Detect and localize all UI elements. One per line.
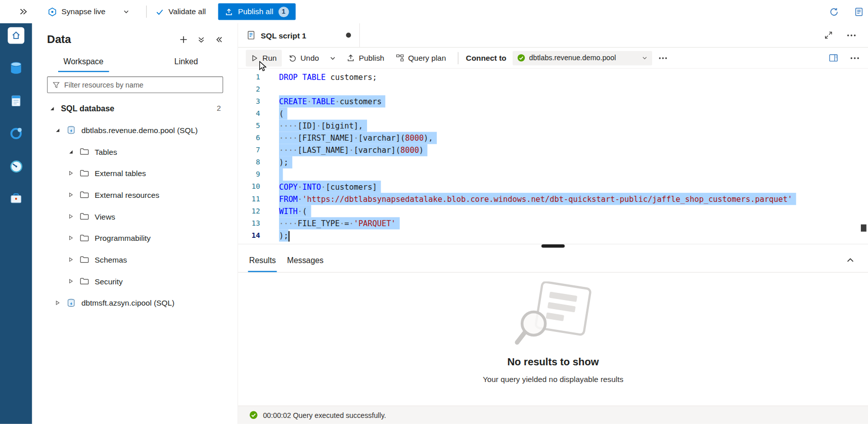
line-number[interactable]: 4 [238,107,260,119]
code-line[interactable]: 14 ); [238,229,868,241]
code-text: ····[FIRST_NAME]·[varchar](8000), [279,132,437,144]
panel-resize-handle[interactable] [541,244,565,248]
nav-monitor[interactable] [0,157,32,175]
caret-collapsed-icon[interactable] [68,278,75,284]
run-button[interactable]: Run [246,50,282,66]
code-line[interactable]: 3 CREATE·TABLE·customers [238,95,868,107]
code-line[interactable]: 8 ); [238,156,868,168]
code-line[interactable]: 12 WITH·( [238,205,868,217]
nav-rail [0,23,32,424]
synapse-studio-window: Synapse live Validate all Publish all 1 [0,0,868,424]
code-line[interactable]: 5 ····[ID]·[bigint], [238,120,868,132]
tree-item[interactable]: Schemas [32,249,238,271]
caret-collapsed-icon[interactable] [68,235,75,241]
collapse-panel-icon[interactable] [215,35,223,44]
caret-expanded-icon[interactable] [68,148,75,154]
caret-expanded-icon[interactable] [49,105,56,111]
line-number[interactable]: 3 [238,95,260,107]
nav-home[interactable] [0,27,32,45]
code-line[interactable]: 2 [238,83,868,95]
query-plan-button[interactable]: Query plan [391,50,451,66]
nav-develop[interactable] [0,92,32,110]
publish-button[interactable]: Publish [342,50,389,66]
code-line[interactable]: 13 ····FILE_TYPE·=·'PARQUET' [238,217,868,229]
code-line[interactable]: 4 ( [238,107,868,119]
expand-apps-icon[interactable] [19,7,28,16]
line-number[interactable]: 10 [238,181,260,193]
expand-editor-icon[interactable] [825,31,833,39]
publish-all-button[interactable]: Publish all 1 [218,4,295,20]
undo-icon [288,54,296,62]
properties-panel-icon[interactable] [829,53,838,63]
code-line[interactable]: 9 [238,168,868,181]
line-number[interactable]: 8 [238,156,260,168]
tab-workspace[interactable]: Workspace [32,53,135,72]
tab-messages[interactable]: Messages [282,248,329,272]
status-bar: 00:00:02 Query executed successfully. [238,406,868,424]
line-number[interactable]: 1 [238,71,260,83]
code-line[interactable]: 1 DROP TABLE customers; [238,71,868,83]
add-resource-icon[interactable] [179,35,188,44]
tree-item-label: SQL database [61,104,114,113]
nav-manage[interactable] [0,190,32,208]
caret-collapsed-icon[interactable] [68,257,75,263]
integrate-pipeline-icon [9,126,23,141]
pool-select[interactable]: dbtlabs.revenue.demo.pool [513,51,652,65]
collapse-all-icon[interactable] [197,35,205,44]
code-editor[interactable]: 1 DROP TABLE customers; 2 3 CREATE·TABLE… [238,69,868,244]
tab-linked[interactable]: Linked [135,53,238,72]
code-line[interactable]: 10 COPY·INTO·[customers] [238,181,868,193]
line-number[interactable]: 9 [238,168,260,181]
tab-results[interactable]: Results [244,248,282,272]
notifications-icon[interactable] [854,7,864,17]
validate-all-button[interactable]: Validate all [156,7,206,16]
more-actions-icon[interactable] [847,34,856,36]
collapse-results-icon[interactable] [846,256,855,265]
panel-splitter[interactable] [238,244,868,248]
line-number[interactable]: 6 [238,132,260,144]
nav-data[interactable] [0,59,32,77]
code-text: COPY·INTO·[customers] [279,181,381,193]
caret-expanded-icon[interactable] [54,127,61,133]
filter-input[interactable] [64,80,217,89]
line-number[interactable]: 11 [238,193,260,205]
tab-sql-script-1[interactable]: SQL script 1 [238,23,360,47]
refresh-icon[interactable] [829,7,839,17]
resource-tree: SQL database 2 dbtlabs.revenue.demo.pool… [32,98,238,314]
folder-icon [80,276,90,286]
code-line[interactable]: 7 ····[LAST_NAME]·[varchar](8000) [238,144,868,156]
tree-item-label: dbtmsft.azsyn.cipool (SQL) [81,299,174,308]
caret-collapsed-icon[interactable] [68,170,75,176]
mode-switcher[interactable]: Synapse live [48,7,130,17]
caret-collapsed-icon[interactable] [68,192,75,198]
folder-icon [80,233,90,243]
toolbar-right-more-icon[interactable] [850,57,859,59]
tree-item[interactable]: SQL database 2 [32,98,238,119]
caret-collapsed-icon[interactable] [54,300,61,306]
tree-item[interactable]: Tables [32,141,238,162]
tree-item[interactable]: dbtmsft.azsyn.cipool (SQL) [32,292,238,314]
nav-integrate[interactable] [0,124,32,142]
tree-item[interactable]: External resources [32,184,238,206]
line-number[interactable]: 13 [238,217,260,229]
line-number[interactable]: 14 [238,229,260,241]
undo-button[interactable]: Undo [283,50,324,66]
code-line[interactable]: 6 ····[FIRST_NAME]·[varchar](8000), [238,132,868,144]
tree-item[interactable]: Programmability [32,227,238,249]
line-number[interactable]: 2 [238,83,260,95]
run-play-icon [251,54,258,62]
line-number[interactable]: 12 [238,205,260,217]
tree-item[interactable]: External tables [32,162,238,184]
tree-item[interactable]: Views [32,205,238,227]
undo-dropdown-icon[interactable] [326,50,340,66]
tree-item[interactable]: dbtlabs.revenue.demo.pool (SQL) [32,119,238,141]
overview-ruler-marker[interactable] [861,225,866,232]
code-line[interactable]: 11 FROM·'https://dbtlabsynapsedatalake.b… [238,193,868,205]
line-number[interactable]: 7 [238,144,260,156]
code-text: ····[LAST_NAME]·[varchar](8000) [279,144,428,156]
line-number[interactable]: 5 [238,120,260,132]
code-text: DROP TABLE customers; [279,71,377,83]
toolbar-more-icon[interactable] [654,50,672,66]
tree-item[interactable]: Security [32,270,238,292]
caret-collapsed-icon[interactable] [68,214,75,220]
